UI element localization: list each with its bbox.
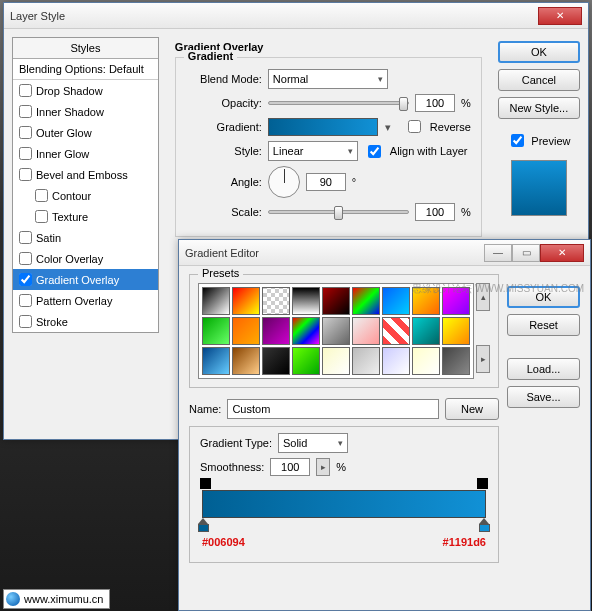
opacity-label: Opacity: <box>186 97 262 109</box>
gradient-editor-window: Gradient Editor — ▭ ✕ Presets ▴ ▸ Name: <box>178 239 591 611</box>
opacity-value[interactable]: 100 <box>415 94 455 112</box>
ge-save-button[interactable]: Save... <box>507 386 580 408</box>
preset-menu-icon[interactable]: ▸ <box>476 345 490 373</box>
style-item-gradient-overlay[interactable]: Gradient Overlay <box>13 269 158 290</box>
preset-swatch[interactable] <box>232 347 260 375</box>
close-icon[interactable]: ✕ <box>538 7 582 25</box>
preset-swatch[interactable] <box>232 287 260 315</box>
style-checkbox[interactable] <box>19 273 32 286</box>
blend-mode-select[interactable]: Normal <box>268 69 388 89</box>
style-item-inner-glow[interactable]: Inner Glow <box>13 143 158 164</box>
preset-swatch[interactable] <box>442 287 470 315</box>
align-checkbox[interactable] <box>368 145 381 158</box>
preset-swatch[interactable] <box>322 347 350 375</box>
style-checkbox[interactable] <box>19 84 32 97</box>
maximize-icon[interactable]: ▭ <box>512 244 540 262</box>
style-checkbox[interactable] <box>19 168 32 181</box>
name-input[interactable] <box>227 399 439 419</box>
gradient-editor-title: Gradient Editor <box>185 247 484 259</box>
reverse-checkbox[interactable] <box>408 120 421 133</box>
styles-header[interactable]: Styles <box>13 38 158 59</box>
style-item-drop-shadow[interactable]: Drop Shadow <box>13 80 158 101</box>
style-checkbox[interactable] <box>19 147 32 160</box>
preset-swatch[interactable] <box>412 317 440 345</box>
gradient-swatch[interactable] <box>268 118 378 136</box>
gradient-editor-titlebar[interactable]: Gradient Editor — ▭ ✕ <box>179 240 590 266</box>
gradient-bar[interactable] <box>202 490 486 518</box>
cancel-button[interactable]: Cancel <box>498 69 580 91</box>
presets-grid <box>198 283 474 379</box>
ge-load-button[interactable]: Load... <box>507 358 580 380</box>
scale-value[interactable]: 100 <box>415 203 455 221</box>
style-checkbox[interactable] <box>19 105 32 118</box>
preview-checkbox[interactable] <box>511 134 524 147</box>
preset-swatch[interactable] <box>262 287 290 315</box>
angle-value[interactable]: 90 <box>306 173 346 191</box>
style-checkbox[interactable] <box>19 231 32 244</box>
style-checkbox[interactable] <box>19 315 32 328</box>
preset-swatch[interactable] <box>412 347 440 375</box>
style-item-stroke[interactable]: Stroke <box>13 311 158 332</box>
ok-button[interactable]: OK <box>498 41 580 63</box>
scroll-up-icon[interactable]: ▴ <box>476 283 490 311</box>
minimize-icon[interactable]: — <box>484 244 512 262</box>
preset-swatch[interactable] <box>352 287 380 315</box>
style-checkbox[interactable] <box>19 294 32 307</box>
preset-swatch[interactable] <box>202 347 230 375</box>
preset-swatch[interactable] <box>442 317 470 345</box>
style-item-contour[interactable]: Contour <box>13 185 158 206</box>
preset-swatch[interactable] <box>352 317 380 345</box>
right-stop-hex: #1191d6 <box>443 536 486 548</box>
new-button[interactable]: New <box>445 398 499 420</box>
preset-swatch[interactable] <box>322 287 350 315</box>
style-checkbox[interactable] <box>35 210 48 223</box>
style-checkbox[interactable] <box>35 189 48 202</box>
preset-swatch[interactable] <box>202 317 230 345</box>
preset-swatch[interactable] <box>382 347 410 375</box>
smoothness-value[interactable]: 100 <box>270 458 310 476</box>
preset-swatch[interactable] <box>322 317 350 345</box>
preset-swatch[interactable] <box>382 287 410 315</box>
preview-label: Preview <box>531 135 570 147</box>
style-item-inner-shadow[interactable]: Inner Shadow <box>13 101 158 122</box>
preset-swatch[interactable] <box>292 287 320 315</box>
style-select[interactable]: Linear <box>268 141 358 161</box>
preset-swatch[interactable] <box>202 287 230 315</box>
smoothness-dropdown-icon[interactable]: ▸ <box>316 458 330 476</box>
preset-swatch[interactable] <box>262 317 290 345</box>
preset-swatch[interactable] <box>232 317 260 345</box>
site-badge: www.ximumu.cn <box>3 589 110 609</box>
gradient-label: Gradient: <box>186 121 262 133</box>
style-checkbox[interactable] <box>19 252 32 265</box>
style-item-texture[interactable]: Texture <box>13 206 158 227</box>
ge-reset-button[interactable]: Reset <box>507 314 580 336</box>
opacity-stop-right[interactable] <box>477 478 488 489</box>
color-stop-right[interactable] <box>479 518 490 532</box>
blending-options-row[interactable]: Blending Options: Default <box>13 59 158 80</box>
preset-swatch[interactable] <box>352 347 380 375</box>
style-item-bevel-and-emboss[interactable]: Bevel and Emboss <box>13 164 158 185</box>
preset-swatch[interactable] <box>292 347 320 375</box>
angle-dial[interactable] <box>268 166 300 198</box>
style-item-pattern-overlay[interactable]: Pattern Overlay <box>13 290 158 311</box>
style-checkbox[interactable] <box>19 126 32 139</box>
preset-swatch[interactable] <box>262 347 290 375</box>
style-item-outer-glow[interactable]: Outer Glow <box>13 122 158 143</box>
color-stop-left[interactable] <box>198 518 209 532</box>
opacity-slider[interactable] <box>268 101 409 105</box>
preset-swatch[interactable] <box>412 287 440 315</box>
preset-swatch[interactable] <box>442 347 470 375</box>
close-icon[interactable]: ✕ <box>540 244 584 262</box>
preset-swatch[interactable] <box>382 317 410 345</box>
reverse-label: Reverse <box>430 121 471 133</box>
opacity-stop-left[interactable] <box>200 478 211 489</box>
gradient-type-select[interactable]: Solid <box>278 433 348 453</box>
style-label: Inner Glow <box>36 148 89 160</box>
style-item-color-overlay[interactable]: Color Overlay <box>13 248 158 269</box>
new-style-button[interactable]: New Style... <box>498 97 580 119</box>
layer-style-titlebar[interactable]: Layer Style ✕ <box>4 3 588 29</box>
ge-ok-button[interactable]: OK <box>507 286 580 308</box>
preset-swatch[interactable] <box>292 317 320 345</box>
scale-slider[interactable] <box>268 210 409 214</box>
style-item-satin[interactable]: Satin <box>13 227 158 248</box>
